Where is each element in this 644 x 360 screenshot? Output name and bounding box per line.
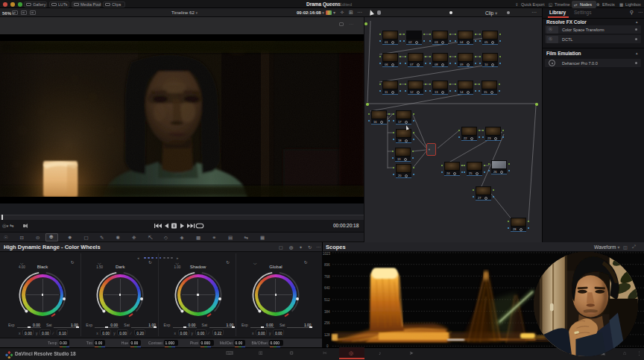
svg-text:512: 512 (324, 298, 330, 302)
svg-text:896: 896 (324, 263, 330, 267)
svg-text:0: 0 (326, 344, 329, 347)
svg-text:384: 384 (324, 310, 330, 314)
svg-text:256: 256 (324, 321, 330, 325)
svg-text:640: 640 (324, 286, 330, 290)
svg-text:768: 768 (324, 275, 330, 279)
svg-text:1023: 1023 (323, 252, 331, 256)
svg-text:128: 128 (324, 333, 330, 337)
